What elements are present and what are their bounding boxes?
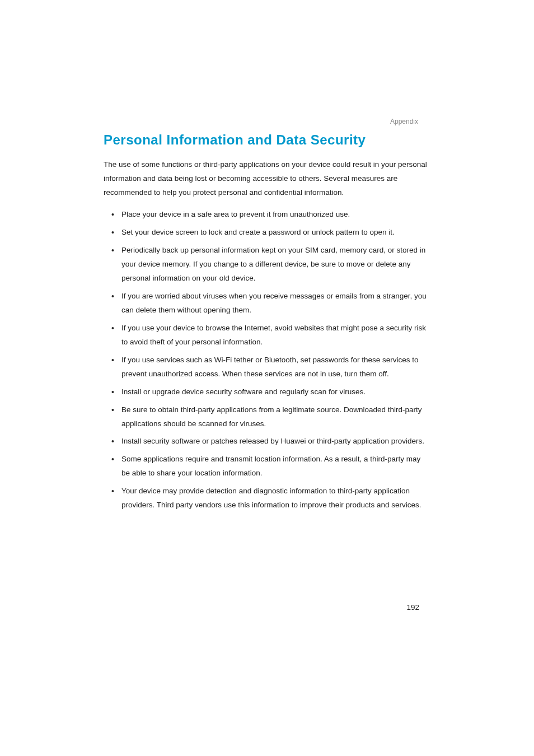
bullet-list: Place your device in a safe area to prev… bbox=[104, 208, 430, 512]
list-item: If you use your device to browse the Int… bbox=[111, 321, 430, 349]
list-item: Be sure to obtain third-party applicatio… bbox=[111, 403, 430, 431]
list-item: If you use services such as Wi-Fi tether… bbox=[111, 353, 430, 381]
list-item: Place your device in a safe area to prev… bbox=[111, 208, 430, 222]
page-title: Personal Information and Data Security bbox=[104, 132, 430, 148]
intro-paragraph: The use of some functions or third-party… bbox=[104, 158, 430, 200]
list-item: Your device may provide detection and di… bbox=[111, 484, 430, 512]
list-item: If you are worried about viruses when yo… bbox=[111, 290, 430, 318]
list-item: Install security software or patches rel… bbox=[111, 435, 430, 449]
section-label: Appendix bbox=[104, 118, 430, 125]
page-number: 192 bbox=[406, 603, 419, 612]
list-item: Some applications require and transmit l… bbox=[111, 452, 430, 480]
list-item: Install or upgrade device security softw… bbox=[111, 385, 430, 399]
document-page: Appendix Personal Information and Data S… bbox=[0, 0, 534, 512]
list-item: Set your device screen to lock and creat… bbox=[111, 226, 430, 240]
list-item: Periodically back up personal informatio… bbox=[111, 244, 430, 286]
